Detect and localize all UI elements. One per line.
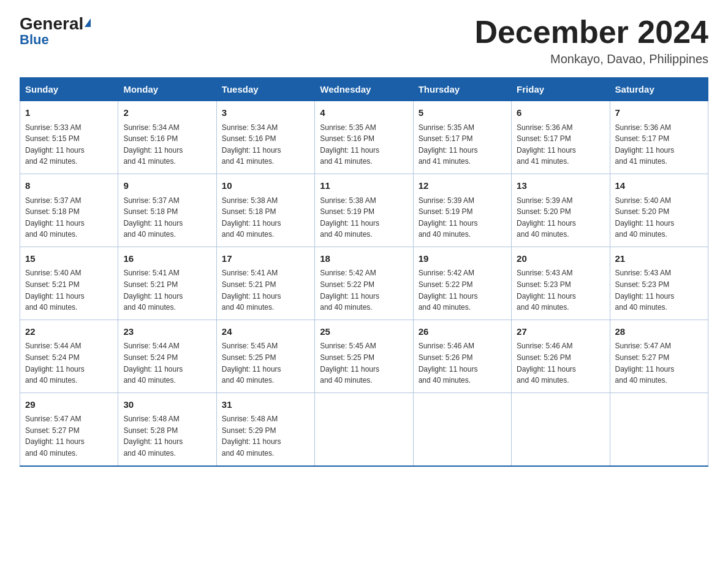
calendar-cell: 5 Sunrise: 5:35 AMSunset: 5:17 PMDayligh… — [413, 101, 511, 174]
day-info: Sunrise: 5:48 AMSunset: 5:28 PMDaylight:… — [123, 413, 211, 459]
day-info: Sunrise: 5:35 AMSunset: 5:16 PMDaylight:… — [320, 122, 408, 167]
day-info: Sunrise: 5:35 AMSunset: 5:17 PMDaylight:… — [419, 122, 506, 167]
day-info: Sunrise: 5:42 AMSunset: 5:22 PMDaylight:… — [320, 267, 408, 313]
day-info: Sunrise: 5:36 AMSunset: 5:17 PMDaylight:… — [517, 122, 604, 167]
calendar-cell — [315, 393, 413, 465]
day-number: 12 — [419, 179, 506, 193]
calendar-cell: 20 Sunrise: 5:43 AMSunset: 5:23 PMDaylig… — [512, 247, 610, 320]
calendar-cell: 12 Sunrise: 5:39 AMSunset: 5:19 PMDaylig… — [413, 174, 511, 247]
day-number: 21 — [615, 252, 703, 266]
month-title: December 2024 — [474, 15, 708, 50]
calendar-cell: 19 Sunrise: 5:42 AMSunset: 5:22 PMDaylig… — [413, 247, 511, 320]
day-info: Sunrise: 5:38 AMSunset: 5:18 PMDaylight:… — [222, 195, 309, 240]
day-info: Sunrise: 5:33 AMSunset: 5:15 PMDaylight:… — [25, 122, 113, 167]
page-header: General Blue December 2024 Monkayo, Dava… — [20, 15, 708, 66]
day-info: Sunrise: 5:37 AMSunset: 5:18 PMDaylight:… — [123, 195, 211, 240]
day-header-wednesday: Wednesday — [315, 78, 413, 101]
day-number: 9 — [123, 179, 211, 193]
day-number: 4 — [320, 106, 408, 120]
calendar-body: 1 Sunrise: 5:33 AMSunset: 5:15 PMDayligh… — [20, 101, 708, 466]
day-number: 8 — [25, 179, 113, 193]
day-number: 25 — [320, 325, 408, 339]
day-info: Sunrise: 5:39 AMSunset: 5:20 PMDaylight:… — [517, 195, 604, 240]
day-info: Sunrise: 5:45 AMSunset: 5:25 PMDaylight:… — [222, 340, 309, 386]
calendar-cell: 4 Sunrise: 5:35 AMSunset: 5:16 PMDayligh… — [315, 101, 413, 174]
calendar-cell: 16 Sunrise: 5:41 AMSunset: 5:21 PMDaylig… — [118, 247, 216, 320]
day-header-friday: Friday — [512, 78, 610, 101]
day-header-sunday: Sunday — [20, 78, 118, 101]
logo-triangle-icon — [85, 18, 91, 27]
calendar-cell: 24 Sunrise: 5:45 AMSunset: 5:25 PMDaylig… — [216, 320, 314, 393]
logo-bottom: Blue — [20, 33, 91, 47]
logo-top: General — [20, 15, 91, 34]
days-of-week-row: SundayMondayTuesdayWednesdayThursdayFrid… — [20, 78, 708, 101]
day-number: 23 — [123, 325, 211, 339]
calendar-cell: 29 Sunrise: 5:47 AMSunset: 5:27 PMDaylig… — [20, 393, 118, 465]
calendar-cell: 13 Sunrise: 5:39 AMSunset: 5:20 PMDaylig… — [512, 174, 610, 247]
calendar-cell: 23 Sunrise: 5:44 AMSunset: 5:24 PMDaylig… — [118, 320, 216, 393]
day-number: 1 — [25, 106, 113, 120]
calendar-cell: 3 Sunrise: 5:34 AMSunset: 5:16 PMDayligh… — [216, 101, 314, 174]
calendar-week-row: 29 Sunrise: 5:47 AMSunset: 5:27 PMDaylig… — [20, 393, 708, 465]
day-number: 17 — [222, 252, 309, 266]
calendar-week-row: 15 Sunrise: 5:40 AMSunset: 5:21 PMDaylig… — [20, 247, 708, 320]
day-number: 31 — [222, 398, 309, 412]
day-number: 2 — [123, 106, 211, 120]
day-number: 27 — [517, 325, 604, 339]
calendar-cell: 30 Sunrise: 5:48 AMSunset: 5:28 PMDaylig… — [118, 393, 216, 465]
calendar-week-row: 8 Sunrise: 5:37 AMSunset: 5:18 PMDayligh… — [20, 174, 708, 247]
day-info: Sunrise: 5:47 AMSunset: 5:27 PMDaylight:… — [25, 413, 113, 459]
calendar-cell — [610, 393, 708, 465]
day-number: 20 — [517, 252, 604, 266]
day-header-monday: Monday — [118, 78, 216, 101]
calendar-cell: 27 Sunrise: 5:46 AMSunset: 5:26 PMDaylig… — [512, 320, 610, 393]
day-header-saturday: Saturday — [610, 78, 708, 101]
day-number: 22 — [25, 325, 113, 339]
calendar-cell: 15 Sunrise: 5:40 AMSunset: 5:21 PMDaylig… — [20, 247, 118, 320]
day-info: Sunrise: 5:34 AMSunset: 5:16 PMDaylight:… — [123, 122, 211, 167]
calendar-cell: 31 Sunrise: 5:48 AMSunset: 5:29 PMDaylig… — [216, 393, 314, 465]
day-info: Sunrise: 5:46 AMSunset: 5:26 PMDaylight:… — [419, 340, 506, 386]
calendar-cell: 26 Sunrise: 5:46 AMSunset: 5:26 PMDaylig… — [413, 320, 511, 393]
logo: General Blue — [20, 15, 91, 47]
day-info: Sunrise: 5:42 AMSunset: 5:22 PMDaylight:… — [419, 267, 506, 313]
calendar-week-row: 22 Sunrise: 5:44 AMSunset: 5:24 PMDaylig… — [20, 320, 708, 393]
day-info: Sunrise: 5:37 AMSunset: 5:18 PMDaylight:… — [25, 195, 113, 240]
calendar-cell: 2 Sunrise: 5:34 AMSunset: 5:16 PMDayligh… — [118, 101, 216, 174]
calendar-header: SundayMondayTuesdayWednesdayThursdayFrid… — [20, 78, 708, 101]
calendar-cell: 6 Sunrise: 5:36 AMSunset: 5:17 PMDayligh… — [512, 101, 610, 174]
calendar-table: SundayMondayTuesdayWednesdayThursdayFrid… — [20, 77, 708, 466]
day-info: Sunrise: 5:41 AMSunset: 5:21 PMDaylight:… — [222, 267, 309, 313]
day-number: 11 — [320, 179, 408, 193]
day-number: 5 — [419, 106, 506, 120]
day-info: Sunrise: 5:34 AMSunset: 5:16 PMDaylight:… — [222, 122, 309, 167]
day-number: 7 — [615, 106, 703, 120]
day-number: 30 — [123, 398, 211, 412]
calendar-cell: 25 Sunrise: 5:45 AMSunset: 5:25 PMDaylig… — [315, 320, 413, 393]
calendar-cell: 11 Sunrise: 5:38 AMSunset: 5:19 PMDaylig… — [315, 174, 413, 247]
calendar-cell: 9 Sunrise: 5:37 AMSunset: 5:18 PMDayligh… — [118, 174, 216, 247]
calendar-cell — [413, 393, 511, 465]
day-info: Sunrise: 5:46 AMSunset: 5:26 PMDaylight:… — [517, 340, 604, 386]
day-info: Sunrise: 5:39 AMSunset: 5:19 PMDaylight:… — [419, 195, 506, 240]
calendar-cell — [512, 393, 610, 465]
day-info: Sunrise: 5:41 AMSunset: 5:21 PMDaylight:… — [123, 267, 211, 313]
title-area: December 2024 Monkayo, Davao, Philippine… — [474, 15, 708, 66]
location-subtitle: Monkayo, Davao, Philippines — [474, 52, 708, 66]
calendar-cell: 1 Sunrise: 5:33 AMSunset: 5:15 PMDayligh… — [20, 101, 118, 174]
day-info: Sunrise: 5:45 AMSunset: 5:25 PMDaylight:… — [320, 340, 408, 386]
day-info: Sunrise: 5:44 AMSunset: 5:24 PMDaylight:… — [25, 340, 113, 386]
day-header-tuesday: Tuesday — [216, 78, 314, 101]
day-info: Sunrise: 5:48 AMSunset: 5:29 PMDaylight:… — [222, 413, 309, 459]
day-number: 14 — [615, 179, 703, 193]
calendar-cell: 17 Sunrise: 5:41 AMSunset: 5:21 PMDaylig… — [216, 247, 314, 320]
day-info: Sunrise: 5:38 AMSunset: 5:19 PMDaylight:… — [320, 195, 408, 240]
day-number: 26 — [419, 325, 506, 339]
day-number: 28 — [615, 325, 703, 339]
calendar-cell: 28 Sunrise: 5:47 AMSunset: 5:27 PMDaylig… — [610, 320, 708, 393]
calendar-week-row: 1 Sunrise: 5:33 AMSunset: 5:15 PMDayligh… — [20, 101, 708, 174]
day-number: 10 — [222, 179, 309, 193]
day-info: Sunrise: 5:40 AMSunset: 5:21 PMDaylight:… — [25, 267, 113, 313]
day-number: 3 — [222, 106, 309, 120]
calendar-cell: 14 Sunrise: 5:40 AMSunset: 5:20 PMDaylig… — [610, 174, 708, 247]
